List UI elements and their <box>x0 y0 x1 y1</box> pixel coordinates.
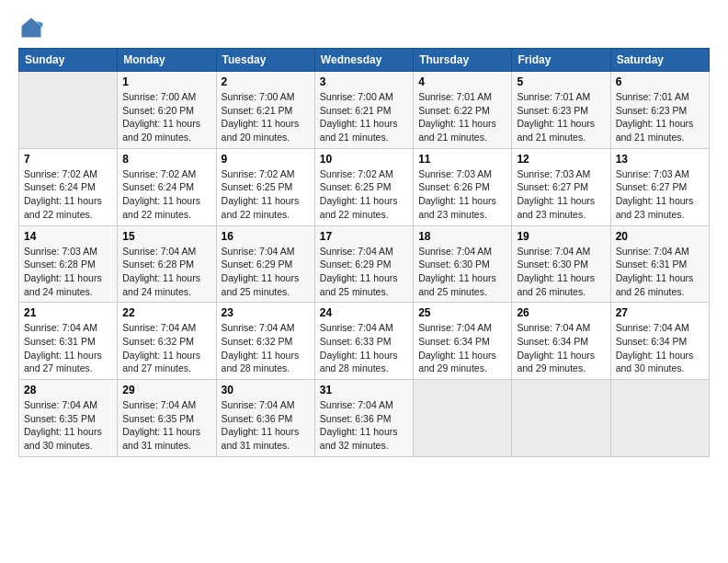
calendar-table: SundayMondayTuesdayWednesdayThursdayFrid… <box>18 48 710 457</box>
day-number: 7 <box>24 153 112 166</box>
calendar-cell: 18 Sunrise: 7:04 AMSunset: 6:30 PMDaylig… <box>414 225 512 303</box>
calendar-cell: 7 Sunrise: 7:02 AMSunset: 6:24 PMDayligh… <box>19 148 118 225</box>
day-number: 10 <box>320 153 408 166</box>
day-number: 13 <box>616 153 704 166</box>
day-number: 22 <box>122 306 210 319</box>
calendar-cell: 5 Sunrise: 7:01 AMSunset: 6:23 PMDayligh… <box>512 72 610 149</box>
cell-info: Sunrise: 7:03 AMSunset: 6:27 PMDaylight:… <box>517 168 595 220</box>
calendar-cell: 22 Sunrise: 7:04 AMSunset: 6:32 PMDaylig… <box>118 303 216 380</box>
calendar-cell: 26 Sunrise: 7:04 AMSunset: 6:34 PMDaylig… <box>512 303 610 380</box>
day-number: 24 <box>320 306 408 319</box>
cell-info: Sunrise: 7:01 AMSunset: 6:23 PMDaylight:… <box>517 91 595 143</box>
cell-info: Sunrise: 7:04 AMSunset: 6:34 PMDaylight:… <box>418 322 496 373</box>
day-number: 17 <box>320 230 408 243</box>
cell-info: Sunrise: 7:04 AMSunset: 6:35 PMDaylight:… <box>24 399 102 451</box>
day-number: 21 <box>24 306 112 319</box>
day-number: 27 <box>616 306 704 319</box>
cell-info: Sunrise: 7:02 AMSunset: 6:25 PMDaylight:… <box>222 168 300 220</box>
header <box>18 15 710 40</box>
calendar-cell: 14 Sunrise: 7:03 AMSunset: 6:28 PMDaylig… <box>19 225 118 303</box>
calendar-cell <box>512 380 610 457</box>
week-row-4: 28 Sunrise: 7:04 AMSunset: 6:35 PMDaylig… <box>19 380 710 457</box>
calendar-cell: 8 Sunrise: 7:02 AMSunset: 6:24 PMDayligh… <box>118 148 216 225</box>
cell-info: Sunrise: 7:04 AMSunset: 6:33 PMDaylight:… <box>320 322 398 373</box>
cell-info: Sunrise: 7:01 AMSunset: 6:23 PMDaylight:… <box>616 91 694 143</box>
cell-info: Sunrise: 7:03 AMSunset: 6:26 PMDaylight:… <box>418 168 496 220</box>
cell-info: Sunrise: 7:04 AMSunset: 6:35 PMDaylight:… <box>122 399 200 451</box>
day-number: 15 <box>122 230 210 243</box>
calendar-cell: 24 Sunrise: 7:04 AMSunset: 6:33 PMDaylig… <box>314 303 413 380</box>
week-row-0: 1 Sunrise: 7:00 AMSunset: 6:20 PMDayligh… <box>19 72 710 149</box>
col-header-tuesday: Tuesday <box>216 49 314 72</box>
day-number: 3 <box>320 75 408 88</box>
calendar-cell: 23 Sunrise: 7:04 AMSunset: 6:32 PMDaylig… <box>216 303 314 380</box>
logo-icon <box>18 15 44 40</box>
day-number: 1 <box>122 75 210 88</box>
day-number: 2 <box>222 75 310 88</box>
col-header-wednesday: Wednesday <box>314 49 413 72</box>
day-number: 20 <box>616 230 704 243</box>
day-number: 11 <box>418 153 506 166</box>
day-number: 30 <box>222 384 310 396</box>
day-number: 5 <box>517 75 605 88</box>
calendar-cell: 30 Sunrise: 7:04 AMSunset: 6:36 PMDaylig… <box>216 380 314 457</box>
cell-info: Sunrise: 7:04 AMSunset: 6:36 PMDaylight:… <box>222 399 300 451</box>
calendar-cell: 13 Sunrise: 7:03 AMSunset: 6:27 PMDaylig… <box>610 148 709 225</box>
page: SundayMondayTuesdayWednesdayThursdayFrid… <box>0 0 728 563</box>
svg-marker-0 <box>22 18 41 38</box>
cell-info: Sunrise: 7:00 AMSunset: 6:20 PMDaylight:… <box>122 91 200 143</box>
col-header-sunday: Sunday <box>19 49 118 72</box>
cell-info: Sunrise: 7:04 AMSunset: 6:29 PMDaylight:… <box>222 246 300 297</box>
calendar-cell <box>414 380 512 457</box>
cell-info: Sunrise: 7:04 AMSunset: 6:30 PMDaylight:… <box>418 246 496 297</box>
calendar-cell: 21 Sunrise: 7:04 AMSunset: 6:31 PMDaylig… <box>19 303 118 380</box>
day-number: 12 <box>517 153 605 166</box>
week-row-3: 21 Sunrise: 7:04 AMSunset: 6:31 PMDaylig… <box>19 303 710 380</box>
day-number: 19 <box>517 230 605 243</box>
cell-info: Sunrise: 7:04 AMSunset: 6:29 PMDaylight:… <box>320 246 398 297</box>
cell-info: Sunrise: 7:04 AMSunset: 6:32 PMDaylight:… <box>122 322 200 373</box>
day-number: 18 <box>418 230 506 243</box>
cell-info: Sunrise: 7:03 AMSunset: 6:27 PMDaylight:… <box>616 168 694 220</box>
day-number: 8 <box>122 153 210 166</box>
day-number: 31 <box>320 384 408 396</box>
logo <box>18 15 48 40</box>
cell-info: Sunrise: 7:04 AMSunset: 6:31 PMDaylight:… <box>616 246 694 297</box>
cell-info: Sunrise: 7:00 AMSunset: 6:21 PMDaylight:… <box>222 91 300 143</box>
day-number: 14 <box>24 230 112 243</box>
header-row: SundayMondayTuesdayWednesdayThursdayFrid… <box>19 49 710 72</box>
calendar-cell: 1 Sunrise: 7:00 AMSunset: 6:20 PMDayligh… <box>118 72 216 149</box>
col-header-monday: Monday <box>118 49 216 72</box>
calendar-cell <box>610 380 709 457</box>
calendar-cell: 4 Sunrise: 7:01 AMSunset: 6:22 PMDayligh… <box>414 72 512 149</box>
day-number: 9 <box>222 153 310 166</box>
day-number: 26 <box>517 306 605 319</box>
calendar-cell: 9 Sunrise: 7:02 AMSunset: 6:25 PMDayligh… <box>216 148 314 225</box>
col-header-thursday: Thursday <box>414 49 512 72</box>
calendar-cell: 20 Sunrise: 7:04 AMSunset: 6:31 PMDaylig… <box>610 225 709 303</box>
col-header-friday: Friday <box>512 49 610 72</box>
day-number: 29 <box>122 384 210 396</box>
day-number: 6 <box>616 75 704 88</box>
calendar-cell: 12 Sunrise: 7:03 AMSunset: 6:27 PMDaylig… <box>512 148 610 225</box>
cell-info: Sunrise: 7:01 AMSunset: 6:22 PMDaylight:… <box>418 91 496 143</box>
cell-info: Sunrise: 7:02 AMSunset: 6:25 PMDaylight:… <box>320 168 398 220</box>
cell-info: Sunrise: 7:04 AMSunset: 6:30 PMDaylight:… <box>517 246 595 297</box>
calendar-cell: 17 Sunrise: 7:04 AMSunset: 6:29 PMDaylig… <box>314 225 413 303</box>
calendar-cell: 27 Sunrise: 7:04 AMSunset: 6:34 PMDaylig… <box>610 303 709 380</box>
cell-info: Sunrise: 7:02 AMSunset: 6:24 PMDaylight:… <box>24 168 102 220</box>
cell-info: Sunrise: 7:04 AMSunset: 6:36 PMDaylight:… <box>320 399 398 451</box>
col-header-saturday: Saturday <box>610 49 709 72</box>
week-row-2: 14 Sunrise: 7:03 AMSunset: 6:28 PMDaylig… <box>19 225 710 303</box>
cell-info: Sunrise: 7:04 AMSunset: 6:34 PMDaylight:… <box>517 322 595 373</box>
calendar-cell <box>19 72 118 149</box>
calendar-cell: 16 Sunrise: 7:04 AMSunset: 6:29 PMDaylig… <box>216 225 314 303</box>
calendar-cell: 6 Sunrise: 7:01 AMSunset: 6:23 PMDayligh… <box>610 72 709 149</box>
calendar-cell: 19 Sunrise: 7:04 AMSunset: 6:30 PMDaylig… <box>512 225 610 303</box>
day-number: 16 <box>222 230 310 243</box>
cell-info: Sunrise: 7:00 AMSunset: 6:21 PMDaylight:… <box>320 91 398 143</box>
calendar-cell: 25 Sunrise: 7:04 AMSunset: 6:34 PMDaylig… <box>414 303 512 380</box>
calendar-cell: 31 Sunrise: 7:04 AMSunset: 6:36 PMDaylig… <box>314 380 413 457</box>
calendar-cell: 29 Sunrise: 7:04 AMSunset: 6:35 PMDaylig… <box>118 380 216 457</box>
cell-info: Sunrise: 7:02 AMSunset: 6:24 PMDaylight:… <box>122 168 200 220</box>
